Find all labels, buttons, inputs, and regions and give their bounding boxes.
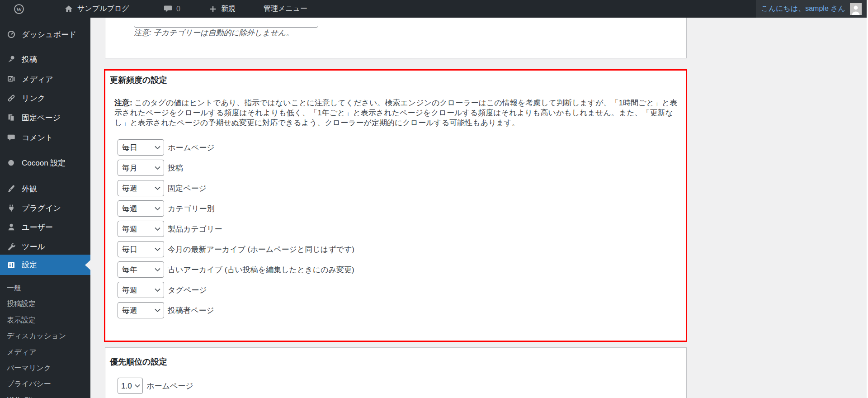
frequency-select-product-categories[interactable]: 毎週 — [118, 221, 164, 237]
sidebar-item-appearance[interactable]: 外観 — [0, 179, 90, 199]
sidebar-item-comments[interactable]: コメント — [0, 128, 90, 147]
admin-sidebar: ダッシュボード 投稿 メディア リンク 固定ページ コメント Cocoon 設定 — [0, 18, 90, 398]
frequency-row-label: 固定ページ — [168, 183, 207, 194]
frequency-select-wrap: 毎日 — [118, 139, 164, 156]
frequency-select-wrap: 毎年 — [118, 261, 164, 278]
excluded-categories-note: 注意: 子カテゴリーは自動的に除外しません。 — [134, 28, 293, 38]
sidebar-item-label: ユーザー — [22, 222, 53, 232]
submenu-item-reading[interactable]: 表示設定 — [0, 313, 90, 327]
priority-row-label: ホームページ — [146, 381, 193, 391]
admin-menu-item[interactable]: 管理メニュー — [264, 0, 307, 18]
change-frequencies-note: 注意: このタグの値はヒントであり、指示ではないことに注意してください。検索エン… — [114, 98, 680, 128]
frequency-row: 毎日 ホームページ — [118, 139, 215, 156]
frequency-select-current-archive[interactable]: 毎日 — [118, 241, 164, 257]
sidebar-item-label: リンク — [22, 93, 45, 104]
sidebar-item-settings[interactable]: 設定 — [0, 255, 90, 275]
frequency-select-wrap: 毎月 — [118, 160, 164, 176]
pushpin-icon — [6, 54, 16, 64]
media-icon — [6, 74, 16, 84]
new-label: 新規 — [221, 4, 236, 14]
frequency-select-homepage[interactable]: 毎日 — [118, 139, 164, 156]
admin-bar: W サンプルブログ 0 新規 管理メニュー こんにちは、sample さん — [0, 0, 868, 18]
frequency-row: 毎週 カテゴリー別 — [118, 200, 215, 217]
frequency-select-posts[interactable]: 毎月 — [118, 160, 164, 176]
account-menu[interactable]: こんにちは、sample さん — [756, 0, 867, 18]
sidebar-item-cocoon-settings[interactable]: Cocoon 設定 — [0, 153, 90, 173]
change-frequencies-title: 更新頻度の設定 — [110, 75, 167, 85]
user-icon — [6, 222, 16, 232]
home-icon — [64, 4, 74, 14]
frequency-row-label: 古いアーカイブ (古い投稿を編集したときにのみ変更) — [168, 265, 354, 275]
sidebar-item-posts[interactable]: 投稿 — [0, 49, 90, 69]
wordpress-admin-page: 注意: 子カテゴリーは自動的に除外しません。 更新頻度の設定 注意: このタグの… — [0, 0, 868, 398]
sidebar-item-tools[interactable]: ツール — [0, 237, 90, 256]
submenu-item-writing[interactable]: 投稿設定 — [0, 297, 90, 311]
sidebar-item-label: 投稿 — [22, 54, 37, 65]
frequency-select-wrap: 毎週 — [118, 221, 164, 237]
frequency-select-wrap: 毎日 — [118, 241, 164, 257]
sidebar-item-pages[interactable]: 固定ページ — [0, 108, 90, 128]
frequency-row: 毎週 固定ページ — [118, 180, 207, 196]
current-menu-arrow — [85, 260, 90, 270]
sidebar-item-label: Cocoon 設定 — [22, 158, 66, 168]
frequency-row-label: タグページ — [168, 285, 207, 295]
avatar — [850, 3, 862, 15]
frequency-row: 毎月 投稿 — [118, 160, 183, 176]
wrench-icon — [6, 242, 16, 251]
frequency-row: 毎週 タグページ — [118, 282, 207, 298]
frequency-select-older-archives[interactable]: 毎年 — [118, 261, 164, 278]
svg-text:W: W — [16, 6, 22, 12]
frequency-select-wrap: 毎週 — [118, 180, 164, 196]
frequency-select-tag-pages[interactable]: 毎週 — [118, 282, 164, 298]
pages-icon — [6, 113, 16, 123]
frequency-select-wrap: 毎週 — [118, 200, 164, 217]
note-prefix: 注意: — [114, 99, 132, 107]
frequency-row-label: 製品カテゴリー — [168, 224, 222, 234]
sidebar-item-dashboard[interactable]: ダッシュボード — [0, 24, 90, 44]
plug-icon — [6, 203, 16, 213]
chain-link-icon — [6, 93, 16, 103]
site-name-label: サンプルブログ — [77, 4, 129, 14]
frequency-row-label: カテゴリー別 — [168, 204, 215, 214]
sidebar-item-plugins[interactable]: プラグイン — [0, 198, 90, 218]
sidebar-item-users[interactable]: ユーザー — [0, 217, 90, 237]
frequency-row-label: 投稿 — [168, 163, 183, 173]
priority-select-homepage[interactable]: 1.0 — [118, 378, 143, 394]
frequency-row-label: ホームページ — [168, 142, 215, 153]
comments-menu[interactable]: 0 — [163, 0, 180, 18]
sidebar-item-links[interactable]: リンク — [0, 88, 90, 108]
greeting-label: こんにちは、sample さん — [761, 4, 845, 14]
frequency-row: 毎日 今月の最新アーカイブ (ホームページと同じはずです) — [118, 241, 354, 257]
sidebar-item-label: コメント — [22, 133, 53, 143]
sidebar-item-label: メディア — [22, 74, 53, 85]
submenu-item-privacy[interactable]: プライバシー — [0, 377, 90, 391]
comment-bubble-icon — [163, 4, 173, 14]
frequency-select-wrap: 毎週 — [118, 282, 164, 298]
sidebar-item-label: プラグイン — [22, 203, 61, 213]
priorities-title: 優先順位の設定 — [110, 356, 167, 367]
site-name-menu[interactable]: サンプルブログ — [64, 0, 129, 18]
note-body: このタグの値はヒントであり、指示ではないことに注意してください。検索エンジンのク… — [114, 99, 677, 127]
paintbrush-icon — [6, 184, 16, 194]
submenu-item-permalinks[interactable]: パーマリンク — [0, 361, 90, 375]
submenu-item-media[interactable]: メディア — [0, 346, 90, 359]
sidebar-item-media[interactable]: メディア — [0, 69, 90, 89]
submenu-item-general[interactable]: 一般 — [0, 281, 90, 295]
frequency-select-static-pages[interactable]: 毎週 — [118, 180, 164, 196]
wordpress-logo-menu[interactable]: W — [14, 0, 24, 18]
frequency-select-categories[interactable]: 毎週 — [118, 200, 164, 217]
new-content-menu[interactable]: 新規 — [208, 0, 236, 18]
submenu-item-xml-sitemap[interactable]: XML-Sitemap — [0, 393, 90, 398]
submenu-item-discussion[interactable]: ディスカッション — [0, 329, 90, 343]
frequency-row-label: 投稿者ページ — [168, 305, 214, 316]
priority-row: 1.0 ホームページ — [118, 378, 193, 394]
wordpress-logo-icon: W — [14, 4, 24, 14]
sidebar-item-label: 固定ページ — [22, 113, 61, 123]
settings-sliders-icon — [6, 260, 16, 270]
priority-select-wrap: 1.0 — [118, 378, 143, 394]
circle-icon — [6, 158, 16, 168]
frequency-select-author-pages[interactable]: 毎週 — [118, 302, 164, 318]
sidebar-item-label: ツール — [22, 242, 45, 252]
plus-icon — [208, 5, 217, 14]
frequency-row: 毎年 古いアーカイブ (古い投稿を編集したときにのみ変更) — [118, 261, 354, 278]
